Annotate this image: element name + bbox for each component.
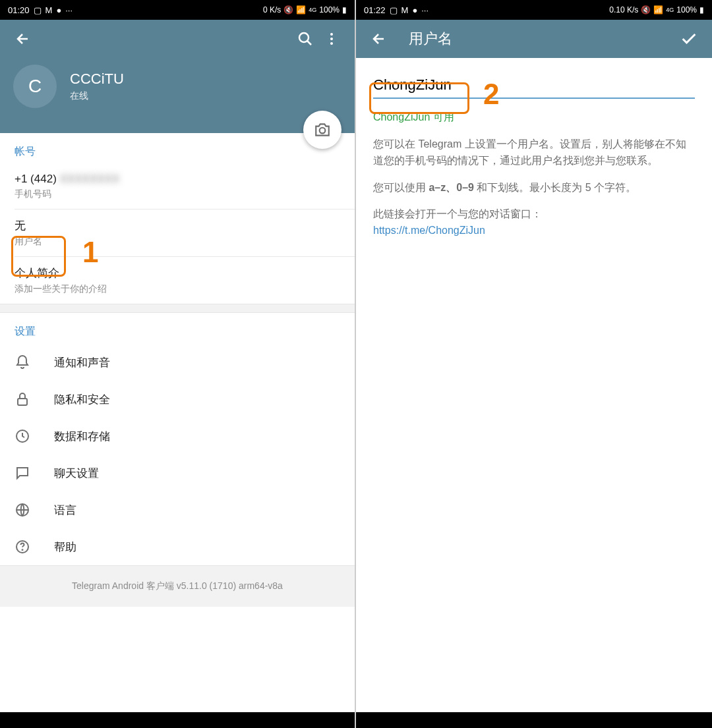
confirm-button[interactable] [676,26,702,52]
svg-point-2 [330,38,333,40]
svg-point-9 [22,549,23,550]
picture-icon: ▢ [34,5,42,15]
back-button[interactable] [366,26,392,52]
signal-icon: 4G [309,7,316,13]
status-time: 01:20 [8,5,30,15]
settings-section-header: 设置 [0,313,355,344]
profile-header: C CCCiTU 在线 [0,58,355,133]
app-bar: 用户名 [356,20,712,58]
version-footer: Telegram Android 客户端 v5.11.0 (1710) arm6… [0,565,355,607]
mute-icon: 🔇 [283,5,293,14]
more-menu-button[interactable] [318,26,345,52]
search-icon [297,31,313,47]
avatar[interactable]: C [13,65,57,108]
signal-icon: 4G [666,7,674,13]
username-value: 无 [15,218,340,233]
hangouts-icon: ● [412,5,417,15]
username-input[interactable] [373,72,695,99]
appbar-title: 用户名 [409,29,676,49]
svg-point-0 [299,33,309,42]
phone-hidden: XXXXXXXX [60,173,120,185]
account-section-header: 帐号 [0,133,355,164]
clock-icon [15,428,30,444]
picture-icon: ▢ [390,5,398,15]
section-gap [0,304,355,313]
battery-percent: 100% [319,5,340,14]
camera-icon [314,121,331,138]
search-button[interactable] [292,26,318,52]
bio-item[interactable]: 个人简介 添加一些关于你的介绍 [0,257,355,304]
help-icon [15,539,30,555]
more-icon: ··· [65,5,73,15]
network-speed: 0.10 K/s [609,5,638,14]
mail-icon: M [401,5,409,15]
network-speed: 0 K/s [263,5,281,14]
android-nav-bar [0,712,355,728]
svg-point-3 [330,42,333,45]
back-arrow-icon [15,31,31,47]
svg-point-1 [330,33,333,36]
status-bar: 01:20 ▢ M ● ··· 0 K/s 🔇 📶 4G 100% ▮ [0,0,355,20]
wifi-icon: 📶 [653,5,663,14]
battery-percent: 100% [676,5,697,14]
username-description-1: 您可以在 Telegram 上设置一个用户名。设置后，别人将能够在不知道您的手机… [356,131,712,175]
back-arrow-icon [371,31,387,47]
settings-item-data[interactable]: 数据和存储 [0,418,355,455]
settings-item-chat[interactable]: 聊天设置 [0,455,355,491]
svg-point-4 [320,128,326,134]
phone-item[interactable]: +1 (442) XXXXXXXX 手机号码 [0,164,355,209]
status-time: 01:22 [364,5,386,15]
bio-value: 个人简介 [15,266,340,281]
camera-fab[interactable] [303,111,341,149]
android-nav-bar [356,712,712,728]
hangouts-icon: ● [56,5,61,15]
back-button[interactable] [10,26,36,52]
check-icon [680,30,698,48]
globe-icon [15,502,30,518]
username-label: 用户名 [15,236,340,248]
username-description-3: 此链接会打开一个与您的对话窗口： https://t.me/ChongZiJun [356,201,712,244]
username-availability: ChongZiJun 可用 [356,104,712,131]
status-bar: 01:22 ▢ M ● ··· 0.10 K/s 🔇 📶 4G 100% ▮ [356,0,712,20]
username-description-2: 您可以使用 a–z、0–9 和下划线。最小长度为 5 个字符。 [356,175,712,202]
settings-item-help[interactable]: 帮助 [0,528,355,565]
more-icon: ··· [421,5,429,15]
screen-profile: 01:20 ▢ M ● ··· 0 K/s 🔇 📶 4G 100% ▮ C [0,0,356,728]
username-input-row [356,58,712,104]
mute-icon: 🔇 [641,5,651,14]
mail-icon: M [45,5,53,15]
lock-icon [15,391,30,407]
profile-name: CCCiTU [70,70,124,88]
screen-username: 01:22 ▢ M ● ··· 0.10 K/s 🔇 📶 4G 100% ▮ 用… [356,0,712,728]
chat-icon [15,465,30,481]
bio-label: 添加一些关于你的介绍 [15,283,340,295]
app-bar [0,20,355,58]
phone-value: +1 (442) XXXXXXXX [15,173,340,186]
bell-icon [15,354,30,370]
phone-label: 手机号码 [15,188,340,200]
settings-item-language[interactable]: 语言 [0,491,355,528]
battery-icon: ▮ [342,5,347,14]
settings-item-notifications[interactable]: 通知和声音 [0,344,355,381]
wifi-icon: 📶 [296,5,306,14]
svg-rect-5 [18,399,27,405]
username-link[interactable]: https://t.me/ChongZiJun [373,225,485,236]
username-item[interactable]: 无 用户名 [0,210,355,256]
profile-status: 在线 [70,90,124,102]
more-vertical-icon [324,31,340,47]
battery-icon: ▮ [699,5,704,14]
settings-item-privacy[interactable]: 隐私和安全 [0,381,355,418]
